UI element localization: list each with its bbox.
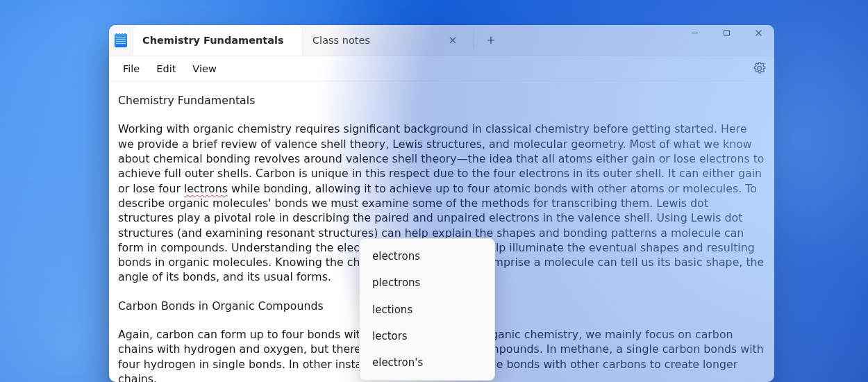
misspelled-word[interactable]: lectrons xyxy=(184,182,228,195)
menu-view[interactable]: View xyxy=(185,60,223,77)
close-window-button[interactable] xyxy=(742,25,774,56)
tab-inactive[interactable]: Class notes xyxy=(303,25,469,56)
spellcheck-suggestion[interactable]: electron's xyxy=(360,349,494,376)
app-icon xyxy=(109,25,133,56)
tab-separator xyxy=(474,32,474,49)
window-controls xyxy=(678,25,774,56)
tab-label: Class notes xyxy=(312,35,370,46)
close-tab-icon[interactable] xyxy=(446,33,460,47)
spellcheck-suggestion[interactable]: electrons xyxy=(360,243,494,269)
spellcheck-suggestion[interactable]: lectors xyxy=(360,323,494,349)
spellcheck-menu: electrons plectrons lections lectors ele… xyxy=(359,238,495,381)
tab-label: Chemistry Fundamentals xyxy=(142,35,284,46)
notepad-window: Chemistry Fundamentals Class notes xyxy=(109,25,774,382)
maximize-button[interactable] xyxy=(710,25,742,56)
new-tab-button[interactable] xyxy=(478,25,503,56)
gear-icon xyxy=(753,62,766,75)
desktop-background: Chemistry Fundamentals Class notes xyxy=(0,0,868,382)
document-heading: Chemistry Fundamentals xyxy=(118,93,765,108)
notepad-icon xyxy=(115,33,127,47)
title-bar: Chemistry Fundamentals Class notes xyxy=(109,25,774,56)
menu-bar: File Edit View xyxy=(109,56,774,81)
tab-active[interactable]: Chemistry Fundamentals xyxy=(133,25,303,56)
spellcheck-suggestion[interactable]: lections xyxy=(360,297,494,323)
menu-edit[interactable]: Edit xyxy=(149,60,183,77)
settings-button[interactable] xyxy=(751,60,767,77)
svg-rect-0 xyxy=(724,31,729,36)
minimize-button[interactable] xyxy=(678,25,710,56)
spellcheck-suggestion[interactable]: plectrons xyxy=(360,269,494,296)
text-editor[interactable]: Chemistry Fundamentals Working with orga… xyxy=(109,81,774,382)
menu-file[interactable]: File xyxy=(116,60,147,77)
